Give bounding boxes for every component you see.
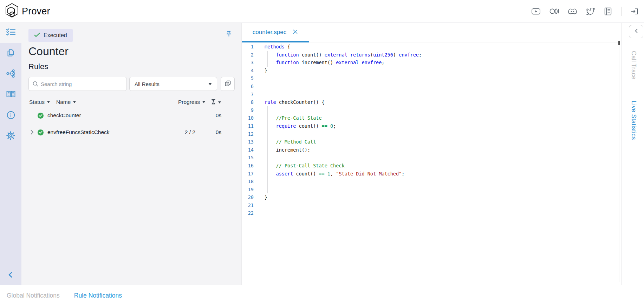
code-line: 11 require count() == 0; <box>242 122 618 130</box>
code-line: 17 assert count() == 1, "State Did Not M… <box>242 170 618 178</box>
expand-all-button[interactable] <box>221 77 235 91</box>
column-header-duration[interactable] <box>211 99 221 106</box>
column-label: Progress <box>178 99 200 105</box>
prover-app: Prover <box>0 0 644 306</box>
line-number: 9 <box>242 106 254 114</box>
search-input[interactable] <box>28 77 127 91</box>
line-number: 3 <box>242 59 254 67</box>
rule-duration: 0s <box>206 112 231 119</box>
indent-guide <box>267 51 268 59</box>
line-number: 7 <box>242 91 254 99</box>
chevron-down-icon <box>208 83 212 85</box>
twitter-icon[interactable] <box>586 8 595 15</box>
code-line: 14 increment(); <box>242 146 618 154</box>
indent-guide <box>267 130 268 138</box>
code-line: 1methods { <box>242 43 618 51</box>
line-number: 18 <box>242 178 254 186</box>
line-number: 20 <box>242 193 254 201</box>
code-line: 2 function count() external returns(uint… <box>242 51 618 59</box>
spec-editor: counter.spec 1methods {2 function count(… <box>242 22 620 285</box>
gear-icon <box>6 131 15 142</box>
code-line: 22 <box>242 209 618 217</box>
share-graph-icon <box>6 69 15 79</box>
expand-panel-button[interactable] <box>629 25 643 38</box>
rail-item-contracts-book[interactable] <box>0 85 21 105</box>
close-icon[interactable] <box>293 29 298 36</box>
tab-live-statistics[interactable]: Live Statistics <box>630 101 637 140</box>
rail-item-info[interactable] <box>0 105 21 126</box>
code-line: 8rule checkCounter() { <box>242 98 618 106</box>
header-divider <box>621 7 622 16</box>
line-number: 19 <box>242 186 254 194</box>
rail-item-files[interactable] <box>0 43 21 64</box>
indent-guide <box>267 154 268 162</box>
search-field <box>28 77 127 91</box>
docs-book-icon[interactable] <box>604 7 612 15</box>
hourglass-icon <box>211 99 216 106</box>
sort-caret-icon <box>218 101 221 104</box>
code-line: 5 <box>242 74 618 82</box>
line-number: 14 <box>242 146 254 154</box>
indent-guide <box>267 138 268 146</box>
info-icon <box>6 111 15 121</box>
rules-rows: checkCounter0senvfreeFuncsStaticCheck2 /… <box>28 110 234 144</box>
column-header-progress[interactable]: Progress <box>178 99 205 105</box>
line-number: 16 <box>242 162 254 170</box>
line-number: 21 <box>242 201 254 209</box>
table-row[interactable]: envfreeFuncsStaticCheck2 / 20s <box>28 127 234 138</box>
tab-global-notifications[interactable]: Global Notifications <box>7 292 60 299</box>
prover-logo[interactable]: Prover <box>0 3 50 20</box>
table-row[interactable]: checkCounter0s <box>28 110 234 121</box>
line-number: 13 <box>242 138 254 146</box>
code-line: 4} <box>242 67 618 75</box>
editor-scrollbar-thumb[interactable] <box>618 41 620 45</box>
duplicate-icon <box>224 80 232 88</box>
code-line: 13 // Method Call <box>242 138 618 146</box>
results-filter-select[interactable]: All Results <box>129 77 217 91</box>
line-number: 5 <box>242 74 254 82</box>
rules-toolbar: All Results <box>28 77 234 91</box>
open-book-icon <box>6 90 16 100</box>
indent-guide <box>267 186 268 194</box>
indent-guide <box>267 114 268 122</box>
code-line: 6 <box>242 82 618 91</box>
code-line: 16 // Post-Call State Check <box>242 162 618 170</box>
medium-icon[interactable] <box>549 8 559 15</box>
line-number: 2 <box>242 51 254 59</box>
expand-chevron-icon[interactable] <box>28 130 35 135</box>
tab-counter-spec[interactable]: counter.spec <box>242 22 309 42</box>
code-text: //Pre-Call State <box>265 114 322 122</box>
code-line: 12 <box>242 130 618 138</box>
line-number: 6 <box>242 82 254 91</box>
logout-icon[interactable] <box>631 8 638 15</box>
rail-item-settings[interactable] <box>0 126 21 147</box>
sort-caret-icon <box>47 101 50 103</box>
results-filter-value: All Results <box>135 81 160 87</box>
code-text: // Method Call <box>265 138 316 146</box>
pin-button[interactable] <box>224 29 234 39</box>
rail-collapse-button[interactable] <box>0 272 21 279</box>
code-lines[interactable]: 1methods {2 function count() external re… <box>242 43 618 285</box>
column-label: Status <box>29 99 45 105</box>
tab-rule-notifications[interactable]: Rule Notifications <box>74 292 122 299</box>
line-number: 15 <box>242 154 254 162</box>
indent-guide <box>267 122 268 130</box>
indent-guide <box>267 146 268 154</box>
pin-icon <box>226 31 232 39</box>
column-header-status[interactable]: Status <box>29 99 50 105</box>
sort-caret-icon <box>73 101 76 103</box>
column-header-name[interactable]: Name <box>56 99 76 105</box>
youtube-icon[interactable] <box>532 8 540 15</box>
rail-item-call-graph[interactable] <box>0 64 21 85</box>
status-badge: Executed <box>28 29 73 42</box>
rail-item-rules-list[interactable] <box>0 22 21 43</box>
status-verified-icon <box>35 129 47 135</box>
tab-call-trace[interactable]: Call Trace <box>630 51 637 80</box>
code-text: // Post-Call State Check <box>265 162 345 170</box>
top-bar: Prover <box>0 0 644 23</box>
active-tab-indicator <box>242 41 309 42</box>
code-line: 19 <box>242 186 618 194</box>
code-line: 9 <box>242 106 618 114</box>
discord-icon[interactable] <box>568 8 577 15</box>
code-line: 3 function increment() external envfree; <box>242 59 618 67</box>
